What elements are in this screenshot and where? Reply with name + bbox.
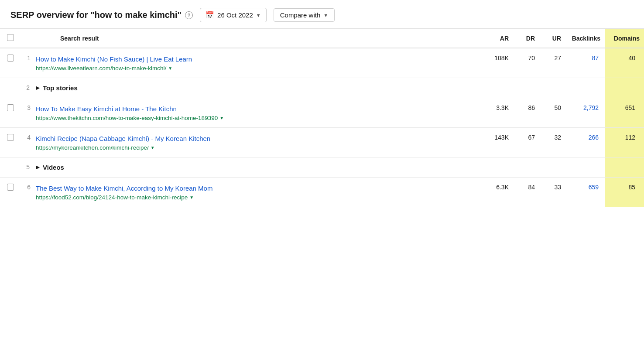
header-checkbox-cell: [0, 29, 18, 48]
row-checkbox-cell: [0, 48, 18, 78]
result-url-link[interactable]: https://mykoreankitchen.com/kimchi-recip…: [36, 144, 149, 151]
row-ar: 3.3K: [487, 98, 513, 128]
row-backlinks[interactable]: 2,792: [565, 98, 605, 128]
table-row: 3 How To Make Easy Kimchi at Home - The …: [0, 98, 644, 128]
row-ur: 50: [539, 98, 565, 128]
row-checkbox[interactable]: [7, 134, 14, 141]
row-ur: 33: [539, 178, 565, 207]
page-title: SERP overview for "how to make kimchi" ?: [10, 10, 193, 20]
feature-label: Videos: [43, 164, 64, 171]
date-chevron-icon: ▼: [256, 13, 261, 18]
result-url-row: https://mykoreankitchen.com/kimchi-recip…: [36, 144, 483, 151]
result-url-row: https://food52.com/blog/24124-how-to-mak…: [36, 194, 483, 201]
row-ur: 27: [539, 48, 565, 78]
compare-chevron-icon: ▼: [323, 13, 328, 18]
header-result: Search result: [34, 29, 487, 48]
row-result: Kimchi Recipe (Napa Cabbage Kimchi) - My…: [34, 128, 487, 157]
row-domains: 112: [605, 128, 644, 157]
row-checkbox-cell: [0, 128, 18, 157]
expand-icon[interactable]: ▶: [36, 164, 39, 170]
row-dr: 86: [513, 98, 539, 128]
header-number: [18, 29, 34, 48]
row-dr: 84: [513, 178, 539, 207]
row-number: 6: [18, 178, 34, 207]
date-selector[interactable]: 📅 26 Oct 2022 ▼: [200, 8, 267, 22]
row-ar: 6.3K: [487, 178, 513, 207]
row-checkbox-cell: [0, 178, 18, 207]
url-dropdown-icon[interactable]: ▼: [219, 116, 224, 120]
feature-domains: [605, 78, 644, 98]
row-backlinks[interactable]: 266: [565, 128, 605, 157]
page-wrapper: SERP overview for "how to make kimchi" ?…: [0, 0, 644, 349]
result-url-link[interactable]: https://food52.com/blog/24124-how-to-mak…: [36, 194, 188, 201]
header-dr: DR: [513, 29, 539, 48]
feature-checkbox-cell: [0, 157, 18, 178]
row-checkbox[interactable]: [7, 55, 14, 62]
row-backlinks[interactable]: 87: [565, 48, 605, 78]
table-row: 6 The Best Way to Make Kimchi, According…: [0, 178, 644, 207]
feature-checkbox-cell: [0, 78, 18, 98]
url-dropdown-icon[interactable]: ▼: [189, 195, 194, 200]
header-ur: UR: [539, 29, 565, 48]
feature-content: ▶ Videos: [36, 164, 603, 171]
title-text: SERP overview for "how to make kimchi": [10, 10, 182, 20]
row-dr: 67: [513, 128, 539, 157]
header: SERP overview for "how to make kimchi" ?…: [0, 0, 644, 29]
row-result: How To Make Easy Kimchi at Home - The Ki…: [34, 98, 487, 128]
result-title-link[interactable]: Kimchi Recipe (Napa Cabbage Kimchi) - My…: [36, 134, 483, 143]
result-url-row: https://www.liveeatlearn.com/how-to-make…: [36, 65, 483, 72]
row-checkbox[interactable]: [7, 184, 14, 191]
feature-label-cell: ▶ Videos: [34, 157, 605, 178]
result-url-row: https://www.thekitchn.com/how-to-make-ea…: [36, 115, 483, 121]
compare-label: Compare with: [280, 11, 321, 19]
feature-number: 5: [18, 157, 34, 178]
table-row: 4 Kimchi Recipe (Napa Cabbage Kimchi) - …: [0, 128, 644, 157]
row-ar: 143K: [487, 128, 513, 157]
row-ar: 108K: [487, 48, 513, 78]
results-table: Search result AR DR UR Backlinks Domains…: [0, 29, 644, 207]
feature-domains: [605, 157, 644, 178]
feature-label: Top stories: [43, 84, 78, 92]
row-number: 1: [18, 48, 34, 78]
url-dropdown-icon[interactable]: ▼: [151, 145, 155, 150]
row-result: How to Make Kimchi (No Fish Sauce) | Liv…: [34, 48, 487, 78]
row-number: 4: [18, 128, 34, 157]
table-body: 1 How to Make Kimchi (No Fish Sauce) | L…: [0, 48, 644, 207]
table-row: 5 ▶ Videos: [0, 157, 644, 178]
row-number: 3: [18, 98, 34, 128]
calendar-icon: 📅: [206, 11, 214, 19]
help-icon[interactable]: ?: [185, 11, 193, 19]
row-domains: 85: [605, 178, 644, 207]
row-domains: 40: [605, 48, 644, 78]
row-checkbox[interactable]: [7, 104, 14, 111]
row-dr: 70: [513, 48, 539, 78]
result-url-link[interactable]: https://www.thekitchn.com/how-to-make-ea…: [36, 115, 218, 121]
date-label: 26 Oct 2022: [217, 11, 253, 19]
header-domains: Domains: [605, 29, 644, 48]
result-title-link[interactable]: The Best Way to Make Kimchi, According t…: [36, 184, 483, 193]
compare-selector[interactable]: Compare with ▼: [274, 8, 335, 22]
expand-icon[interactable]: ▶: [36, 85, 39, 91]
feature-content: ▶ Top stories: [36, 84, 603, 92]
header-backlinks: Backlinks: [565, 29, 605, 48]
feature-label-cell: ▶ Top stories: [34, 78, 605, 98]
query-text: how to make kimchi: [95, 10, 178, 20]
row-result: The Best Way to Make Kimchi, According t…: [34, 178, 487, 207]
row-checkbox-cell: [0, 98, 18, 128]
row-domains: 651: [605, 98, 644, 128]
table-row: 1 How to Make Kimchi (No Fish Sauce) | L…: [0, 48, 644, 78]
row-ur: 32: [539, 128, 565, 157]
row-backlinks[interactable]: 659: [565, 178, 605, 207]
header-ar: AR: [487, 29, 513, 48]
result-url-link[interactable]: https://www.liveeatlearn.com/how-to-make…: [36, 65, 166, 72]
url-dropdown-icon[interactable]: ▼: [168, 66, 172, 71]
table-row: 2 ▶ Top stories: [0, 78, 644, 98]
table-header-row: Search result AR DR UR Backlinks Domains: [0, 29, 644, 48]
select-all-checkbox[interactable]: [7, 34, 14, 41]
result-title-link[interactable]: How To Make Easy Kimchi at Home - The Ki…: [36, 104, 483, 113]
result-title-link[interactable]: How to Make Kimchi (No Fish Sauce) | Liv…: [36, 55, 483, 64]
results-table-wrapper: Search result AR DR UR Backlinks Domains…: [0, 29, 644, 207]
feature-number: 2: [18, 78, 34, 98]
